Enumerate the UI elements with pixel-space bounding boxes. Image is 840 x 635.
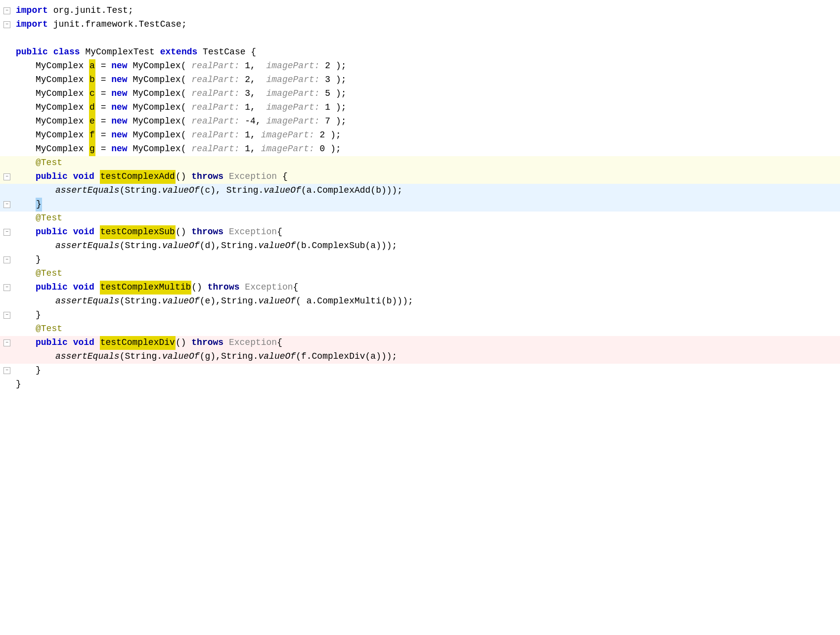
fold-icon-2[interactable]: − bbox=[3, 21, 10, 28]
token-var-f: f bbox=[89, 128, 95, 142]
fold-icon-19[interactable]: − bbox=[3, 256, 10, 263]
code-line-27: − } bbox=[0, 364, 840, 378]
gutter-11 bbox=[0, 142, 14, 156]
line-content-26: assertEquals(String.valueOf(g),String.va… bbox=[14, 350, 840, 364]
code-line-10: MyComplex f = new MyComplex( realPart: 1… bbox=[0, 128, 840, 142]
code-line-20: @Test bbox=[0, 267, 840, 281]
token-var-c: c bbox=[89, 87, 95, 101]
fold-icon-13[interactable]: − bbox=[3, 173, 10, 180]
token-method-sub: testComplexSub bbox=[100, 225, 176, 239]
gutter-23: − bbox=[0, 308, 14, 322]
line-content-15: } bbox=[14, 198, 840, 212]
token-var-a: a bbox=[89, 59, 95, 73]
code-line-1: − import org.junit.Test; bbox=[0, 4, 840, 18]
gutter-18 bbox=[0, 239, 14, 253]
token-annotation3: @Test bbox=[36, 267, 62, 281]
code-line-28: } bbox=[0, 378, 840, 391]
line-content-25: public void testComplexDiv() throws Exce… bbox=[14, 336, 840, 350]
code-line-7: MyComplex c = new MyComplex( realPart: 3… bbox=[0, 87, 840, 101]
fold-icon-23[interactable]: − bbox=[3, 312, 10, 319]
line-content-11: MyComplex g = new MyComplex( realPart: 1… bbox=[14, 142, 840, 156]
code-line-9: MyComplex e = new MyComplex( realPart: -… bbox=[0, 115, 840, 128]
gutter-5 bbox=[0, 59, 14, 73]
gutter-1: − bbox=[0, 4, 14, 18]
code-line-11: MyComplex g = new MyComplex( realPart: 1… bbox=[0, 142, 840, 156]
token-testcase: TestCase bbox=[138, 18, 181, 32]
line-content-22: assertEquals(String.valueOf(e),String.va… bbox=[14, 295, 840, 308]
token-assert4: assertEquals bbox=[55, 350, 120, 364]
line-content-7: MyComplex c = new MyComplex( realPart: 3… bbox=[14, 87, 840, 101]
gutter-17: − bbox=[0, 225, 14, 239]
line-content-23: } bbox=[14, 308, 840, 322]
code-line-2: − import junit.framework.TestCase; bbox=[0, 18, 840, 32]
gutter-26 bbox=[0, 350, 14, 364]
token-method-multi: testComplexMultib bbox=[100, 281, 192, 295]
line-content-13: public void testComplexAdd() throws Exce… bbox=[14, 170, 840, 184]
line-content-8: MyComplex d = new MyComplex( realPart: 1… bbox=[14, 101, 840, 115]
line-content-10: MyComplex f = new MyComplex( realPart: 1… bbox=[14, 128, 840, 142]
code-line-26: assertEquals(String.valueOf(g),String.va… bbox=[0, 350, 840, 364]
fold-icon-15[interactable]: − bbox=[3, 201, 10, 208]
token-close-brace1: } bbox=[36, 198, 42, 212]
line-content-28: } bbox=[14, 378, 840, 391]
fold-icon-1[interactable]: − bbox=[3, 7, 10, 14]
gutter-12 bbox=[0, 156, 14, 170]
line-content-20: @Test bbox=[14, 267, 840, 281]
token-import: import bbox=[16, 4, 48, 18]
code-line-18: assertEquals(String.valueOf(d),String.va… bbox=[0, 239, 840, 253]
fold-icon-27[interactable]: − bbox=[3, 367, 10, 374]
gutter-2: − bbox=[0, 18, 14, 32]
code-line-4: public class MyComplexTest extends TestC… bbox=[0, 45, 840, 59]
gutter-19: − bbox=[0, 253, 14, 267]
token-method-div: testComplexDiv bbox=[100, 336, 176, 350]
code-line-22: assertEquals(String.valueOf(e),String.va… bbox=[0, 295, 840, 308]
code-line-14: assertEquals(String.valueOf(c), String.v… bbox=[0, 184, 840, 198]
gutter-15: − bbox=[0, 198, 14, 212]
code-line-16: @Test bbox=[0, 212, 840, 225]
token-var-b: b bbox=[89, 73, 95, 87]
line-content-21: public void testComplexMultib() throws E… bbox=[14, 281, 840, 295]
token-class: class bbox=[53, 45, 80, 59]
fold-icon-21[interactable]: − bbox=[3, 284, 10, 291]
gutter-22 bbox=[0, 295, 14, 308]
line-content-14: assertEquals(String.valueOf(c), String.v… bbox=[14, 184, 840, 198]
code-line-3 bbox=[0, 32, 840, 45]
line-content-1: import org.junit.Test; bbox=[14, 4, 840, 18]
code-line-19: − } bbox=[0, 253, 840, 267]
line-content-4: public class MyComplexTest extends TestC… bbox=[14, 45, 840, 59]
gutter-25: − bbox=[0, 336, 14, 350]
line-content-3 bbox=[14, 32, 840, 45]
line-content-19: } bbox=[14, 253, 840, 267]
token-method-add: testComplexAdd bbox=[100, 170, 176, 184]
code-line-24: @Test bbox=[0, 322, 840, 336]
token-var-d: d bbox=[89, 101, 95, 115]
code-line-15: − } bbox=[0, 198, 840, 212]
line-content-16: @Test bbox=[14, 212, 840, 225]
code-line-25: − public void testComplexDiv() throws Ex… bbox=[0, 336, 840, 350]
line-content-6: MyComplex b = new MyComplex( realPart: 2… bbox=[14, 73, 840, 87]
code-editor: − import org.junit.Test; − import junit.… bbox=[0, 0, 840, 395]
gutter-13: − bbox=[0, 170, 14, 184]
gutter-28 bbox=[0, 378, 14, 391]
gutter-6 bbox=[0, 73, 14, 87]
line-content-18: assertEquals(String.valueOf(d),String.va… bbox=[14, 239, 840, 253]
token-assert3: assertEquals bbox=[55, 295, 120, 308]
token-annotation2: @Test bbox=[36, 212, 62, 225]
token-var-e: e bbox=[89, 115, 95, 128]
line-content-2: import junit.framework.TestCase; bbox=[14, 18, 840, 32]
gutter-8 bbox=[0, 101, 14, 115]
gutter-10 bbox=[0, 128, 14, 142]
code-line-6: MyComplex b = new MyComplex( realPart: 2… bbox=[0, 73, 840, 87]
fold-icon-17[interactable]: − bbox=[3, 229, 10, 236]
code-line-23: − } bbox=[0, 308, 840, 322]
line-content-12: @Test bbox=[14, 156, 840, 170]
token-assert1: assertEquals bbox=[55, 184, 120, 198]
gutter-20 bbox=[0, 267, 14, 281]
line-content-17: public void testComplexSub() throws Exce… bbox=[14, 225, 840, 239]
line-content-9: MyComplex e = new MyComplex( realPart: -… bbox=[14, 115, 840, 128]
code-line-8: MyComplex d = new MyComplex( realPart: 1… bbox=[0, 101, 840, 115]
fold-icon-25[interactable]: − bbox=[3, 339, 10, 346]
token-annotation1: @Test bbox=[36, 156, 62, 170]
token-import2: import bbox=[16, 18, 48, 32]
token-assert2: assertEquals bbox=[55, 239, 120, 253]
